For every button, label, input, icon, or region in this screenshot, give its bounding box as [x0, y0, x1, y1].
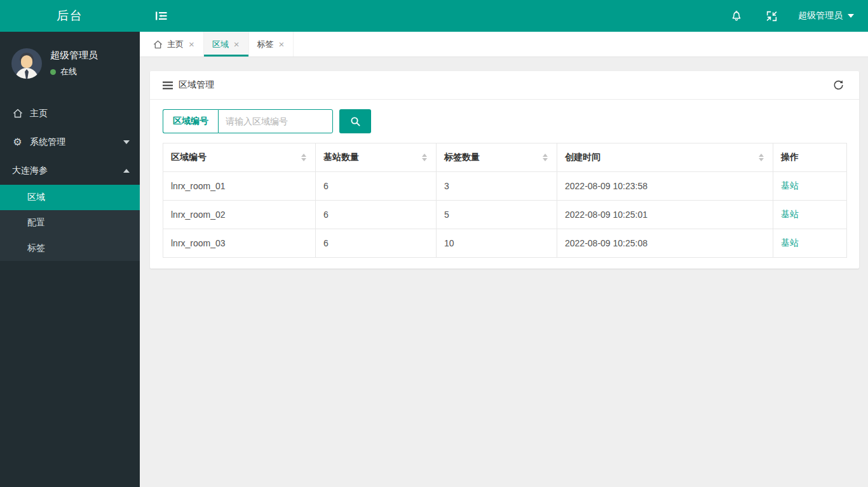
cell-area-id: lnrx_room_01: [163, 172, 316, 201]
base-station-link[interactable]: 基站: [781, 209, 799, 219]
cell-area-id: lnrx_room_02: [163, 201, 316, 229]
online-status-label: 在线: [60, 66, 77, 77]
cell-created: 2022-08-09 10:23:58: [557, 172, 773, 201]
user-panel: 超级管理员 在线: [0, 32, 140, 94]
tab-label: 区域: [212, 39, 229, 50]
col-header-tags[interactable]: 标签数量: [437, 143, 557, 172]
cell-stations: 6: [316, 229, 437, 258]
chevron-down-icon: [848, 14, 854, 18]
table-row: lnrx_room_03 6 10 2022-08-09 10:25:08 基站: [163, 229, 847, 258]
sidebar-toggle-icon[interactable]: [151, 6, 172, 25]
avatar: [11, 48, 42, 79]
panel-title: 区域管理: [179, 79, 214, 91]
chevron-up-icon: [123, 169, 130, 173]
sidebar-item-system[interactable]: 系统管理: [0, 128, 140, 156]
col-header-actions: 操作: [773, 143, 847, 172]
sidebar-submenu: 区域 配置 标签: [0, 185, 140, 261]
exit-fullscreen-icon[interactable]: [763, 8, 780, 25]
home-icon: [153, 40, 163, 49]
sidebar-subitem-area[interactable]: 区域: [0, 185, 140, 210]
sidebar-item-label: 系统管理: [30, 137, 65, 148]
col-header-area-id[interactable]: 区域编号: [163, 143, 316, 172]
sidebar-menu: 主页 系统管理 大连海参 区域 配置 标签: [0, 99, 140, 261]
base-station-link[interactable]: 基站: [781, 180, 799, 190]
app-root: 后台: [0, 0, 868, 487]
sidebar-item-label: 大连海参: [12, 165, 48, 177]
panel-body: 区域编号: [150, 100, 859, 269]
tab-tags[interactable]: 标签 ×: [249, 32, 294, 57]
cell-created: 2022-08-09 10:25:01: [557, 201, 773, 229]
user-meta: 超级管理员 在线: [50, 50, 98, 77]
col-header-created[interactable]: 创建时间: [557, 143, 773, 172]
area-table: 区域编号 基站数量 标签数量: [163, 143, 847, 258]
content-area: 区域管理 区域编号: [140, 57, 868, 487]
close-icon[interactable]: ×: [188, 39, 195, 49]
user-name: 超级管理员: [50, 50, 98, 62]
search-row: 区域编号: [163, 109, 846, 133]
top-header: 后台: [0, 0, 868, 32]
chevron-down-icon: [123, 140, 130, 144]
sort-icon: [759, 154, 765, 161]
table-row: lnrx_room_02 6 5 2022-08-09 10:25:01 基站: [163, 201, 847, 229]
col-header-stations[interactable]: 基站数量: [316, 143, 437, 172]
base-station-link[interactable]: 基站: [781, 237, 799, 248]
sort-icon: [422, 154, 428, 161]
sidebar-subitem-label: 区域: [27, 192, 45, 203]
table-row: lnrx_room_01 6 3 2022-08-09 10:23:58 基站: [163, 172, 847, 201]
close-icon[interactable]: ×: [278, 39, 285, 49]
app-logo[interactable]: 后台: [0, 0, 140, 32]
area-management-panel: 区域管理 区域编号: [150, 71, 859, 269]
refresh-icon[interactable]: [831, 77, 846, 93]
sidebar-subitem-label: 标签: [27, 243, 45, 254]
sort-icon: [543, 154, 549, 161]
table-header-row: 区域编号 基站数量 标签数量: [163, 143, 847, 172]
cell-tags: 3: [437, 172, 557, 201]
user-status: 在线: [50, 66, 98, 77]
main-area: 主页 × 区域 × 标签 × 区域管理: [140, 32, 868, 487]
list-icon: [163, 81, 173, 90]
cell-tags: 5: [437, 201, 557, 229]
user-menu[interactable]: 超级管理员: [798, 10, 854, 22]
tab-bar: 主页 × 区域 × 标签 ×: [140, 32, 868, 57]
search-icon: [350, 116, 361, 127]
panel-header: 区域管理: [150, 71, 859, 100]
cell-created: 2022-08-09 10:25:08: [557, 229, 773, 258]
tab-area[interactable]: 区域 ×: [204, 32, 249, 57]
sidebar: 超级管理员 在线 主页 系统管理: [0, 32, 140, 487]
sidebar-subitem-label: 配置: [27, 217, 45, 229]
cell-area-id: lnrx_room_03: [163, 229, 316, 258]
topbar-right: 超级管理员: [728, 7, 854, 25]
sidebar-item-home[interactable]: 主页: [0, 99, 140, 128]
gear-icon: [12, 137, 23, 147]
sidebar-subitem-tags[interactable]: 标签: [0, 236, 140, 261]
cell-stations: 6: [316, 201, 437, 229]
search-field-label: 区域编号: [163, 109, 218, 133]
topbar-main: 超级管理员: [140, 0, 868, 32]
notifications-bell-icon[interactable]: [728, 7, 745, 25]
search-button[interactable]: [339, 109, 371, 133]
sidebar-item-label: 主页: [30, 108, 48, 119]
tab-label: 标签: [257, 39, 274, 50]
close-icon[interactable]: ×: [233, 39, 240, 49]
sidebar-subitem-config[interactable]: 配置: [0, 210, 140, 236]
user-menu-label: 超级管理员: [798, 10, 843, 22]
tab-label: 主页: [167, 39, 184, 50]
tab-home[interactable]: 主页 ×: [145, 32, 204, 57]
sort-icon: [301, 154, 308, 161]
online-status-dot: [50, 69, 56, 75]
cell-stations: 6: [316, 172, 437, 201]
home-icon: [12, 109, 23, 118]
area-id-search-input[interactable]: [218, 109, 333, 133]
cell-tags: 10: [437, 229, 557, 258]
sidebar-item-dalian[interactable]: 大连海参: [0, 156, 140, 185]
